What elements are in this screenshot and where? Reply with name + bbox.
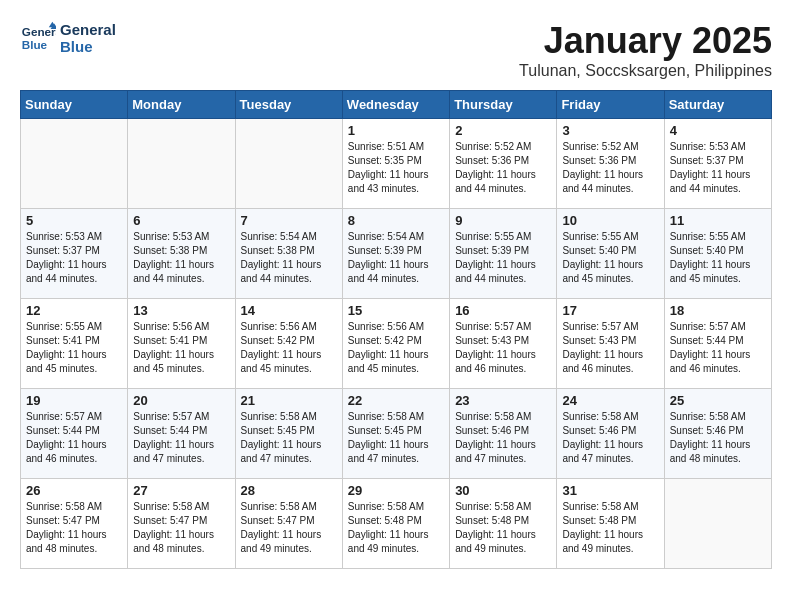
calendar-cell: 3Sunrise: 5:52 AM Sunset: 5:36 PM Daylig… <box>557 119 664 209</box>
calendar-cell: 4Sunrise: 5:53 AM Sunset: 5:37 PM Daylig… <box>664 119 771 209</box>
calendar-cell: 17Sunrise: 5:57 AM Sunset: 5:43 PM Dayli… <box>557 299 664 389</box>
day-number: 17 <box>562 303 658 318</box>
weekday-header-monday: Monday <box>128 91 235 119</box>
svg-text:Blue: Blue <box>22 38 48 51</box>
calendar-cell: 28Sunrise: 5:58 AM Sunset: 5:47 PM Dayli… <box>235 479 342 569</box>
calendar-cell: 27Sunrise: 5:58 AM Sunset: 5:47 PM Dayli… <box>128 479 235 569</box>
day-number: 2 <box>455 123 551 138</box>
title-area: January 2025 Tulunan, Soccsksargen, Phil… <box>519 20 772 80</box>
day-number: 29 <box>348 483 444 498</box>
day-number: 14 <box>241 303 337 318</box>
week-row-1: 1Sunrise: 5:51 AM Sunset: 5:35 PM Daylig… <box>21 119 772 209</box>
day-info: Sunrise: 5:56 AM Sunset: 5:41 PM Dayligh… <box>133 320 229 376</box>
logo-icon: General Blue <box>20 20 56 56</box>
calendar-cell: 21Sunrise: 5:58 AM Sunset: 5:45 PM Dayli… <box>235 389 342 479</box>
day-number: 15 <box>348 303 444 318</box>
weekday-header-sunday: Sunday <box>21 91 128 119</box>
calendar-cell: 14Sunrise: 5:56 AM Sunset: 5:42 PM Dayli… <box>235 299 342 389</box>
day-number: 27 <box>133 483 229 498</box>
weekday-header-friday: Friday <box>557 91 664 119</box>
day-info: Sunrise: 5:54 AM Sunset: 5:39 PM Dayligh… <box>348 230 444 286</box>
day-info: Sunrise: 5:56 AM Sunset: 5:42 PM Dayligh… <box>241 320 337 376</box>
calendar-cell: 13Sunrise: 5:56 AM Sunset: 5:41 PM Dayli… <box>128 299 235 389</box>
day-number: 1 <box>348 123 444 138</box>
day-number: 23 <box>455 393 551 408</box>
calendar-cell <box>664 479 771 569</box>
day-info: Sunrise: 5:55 AM Sunset: 5:39 PM Dayligh… <box>455 230 551 286</box>
day-info: Sunrise: 5:55 AM Sunset: 5:41 PM Dayligh… <box>26 320 122 376</box>
location-title: Tulunan, Soccsksargen, Philippines <box>519 62 772 80</box>
calendar-cell: 31Sunrise: 5:58 AM Sunset: 5:48 PM Dayli… <box>557 479 664 569</box>
day-info: Sunrise: 5:58 AM Sunset: 5:45 PM Dayligh… <box>241 410 337 466</box>
week-row-2: 5Sunrise: 5:53 AM Sunset: 5:37 PM Daylig… <box>21 209 772 299</box>
day-number: 22 <box>348 393 444 408</box>
calendar-cell <box>235 119 342 209</box>
week-row-5: 26Sunrise: 5:58 AM Sunset: 5:47 PM Dayli… <box>21 479 772 569</box>
day-info: Sunrise: 5:58 AM Sunset: 5:48 PM Dayligh… <box>455 500 551 556</box>
day-info: Sunrise: 5:58 AM Sunset: 5:46 PM Dayligh… <box>670 410 766 466</box>
day-info: Sunrise: 5:53 AM Sunset: 5:37 PM Dayligh… <box>26 230 122 286</box>
day-info: Sunrise: 5:51 AM Sunset: 5:35 PM Dayligh… <box>348 140 444 196</box>
day-info: Sunrise: 5:57 AM Sunset: 5:43 PM Dayligh… <box>455 320 551 376</box>
calendar-cell: 5Sunrise: 5:53 AM Sunset: 5:37 PM Daylig… <box>21 209 128 299</box>
calendar-cell: 8Sunrise: 5:54 AM Sunset: 5:39 PM Daylig… <box>342 209 449 299</box>
day-number: 4 <box>670 123 766 138</box>
calendar-cell: 1Sunrise: 5:51 AM Sunset: 5:35 PM Daylig… <box>342 119 449 209</box>
calendar-cell: 30Sunrise: 5:58 AM Sunset: 5:48 PM Dayli… <box>450 479 557 569</box>
day-info: Sunrise: 5:54 AM Sunset: 5:38 PM Dayligh… <box>241 230 337 286</box>
day-number: 24 <box>562 393 658 408</box>
calendar-cell: 19Sunrise: 5:57 AM Sunset: 5:44 PM Dayli… <box>21 389 128 479</box>
calendar-cell: 18Sunrise: 5:57 AM Sunset: 5:44 PM Dayli… <box>664 299 771 389</box>
day-number: 31 <box>562 483 658 498</box>
week-row-4: 19Sunrise: 5:57 AM Sunset: 5:44 PM Dayli… <box>21 389 772 479</box>
day-number: 21 <box>241 393 337 408</box>
calendar-cell: 6Sunrise: 5:53 AM Sunset: 5:38 PM Daylig… <box>128 209 235 299</box>
calendar-cell: 23Sunrise: 5:58 AM Sunset: 5:46 PM Dayli… <box>450 389 557 479</box>
day-info: Sunrise: 5:55 AM Sunset: 5:40 PM Dayligh… <box>562 230 658 286</box>
day-number: 7 <box>241 213 337 228</box>
weekday-header-row: SundayMondayTuesdayWednesdayThursdayFrid… <box>21 91 772 119</box>
calendar-cell: 10Sunrise: 5:55 AM Sunset: 5:40 PM Dayli… <box>557 209 664 299</box>
day-number: 28 <box>241 483 337 498</box>
day-number: 9 <box>455 213 551 228</box>
calendar-cell: 7Sunrise: 5:54 AM Sunset: 5:38 PM Daylig… <box>235 209 342 299</box>
day-info: Sunrise: 5:52 AM Sunset: 5:36 PM Dayligh… <box>562 140 658 196</box>
calendar-cell <box>21 119 128 209</box>
day-info: Sunrise: 5:52 AM Sunset: 5:36 PM Dayligh… <box>455 140 551 196</box>
month-title: January 2025 <box>519 20 772 62</box>
day-info: Sunrise: 5:58 AM Sunset: 5:48 PM Dayligh… <box>348 500 444 556</box>
day-info: Sunrise: 5:58 AM Sunset: 5:47 PM Dayligh… <box>241 500 337 556</box>
day-info: Sunrise: 5:53 AM Sunset: 5:38 PM Dayligh… <box>133 230 229 286</box>
weekday-header-tuesday: Tuesday <box>235 91 342 119</box>
logo-text-blue: Blue <box>60 38 116 55</box>
page-header: General Blue General Blue January 2025 T… <box>20 20 772 80</box>
day-info: Sunrise: 5:58 AM Sunset: 5:46 PM Dayligh… <box>455 410 551 466</box>
day-info: Sunrise: 5:57 AM Sunset: 5:44 PM Dayligh… <box>133 410 229 466</box>
day-number: 20 <box>133 393 229 408</box>
day-info: Sunrise: 5:57 AM Sunset: 5:44 PM Dayligh… <box>670 320 766 376</box>
day-number: 18 <box>670 303 766 318</box>
weekday-header-thursday: Thursday <box>450 91 557 119</box>
day-info: Sunrise: 5:58 AM Sunset: 5:47 PM Dayligh… <box>26 500 122 556</box>
calendar-cell <box>128 119 235 209</box>
day-info: Sunrise: 5:58 AM Sunset: 5:46 PM Dayligh… <box>562 410 658 466</box>
weekday-header-wednesday: Wednesday <box>342 91 449 119</box>
day-info: Sunrise: 5:58 AM Sunset: 5:48 PM Dayligh… <box>562 500 658 556</box>
day-info: Sunrise: 5:58 AM Sunset: 5:45 PM Dayligh… <box>348 410 444 466</box>
day-number: 30 <box>455 483 551 498</box>
day-number: 25 <box>670 393 766 408</box>
calendar-cell: 11Sunrise: 5:55 AM Sunset: 5:40 PM Dayli… <box>664 209 771 299</box>
calendar-cell: 25Sunrise: 5:58 AM Sunset: 5:46 PM Dayli… <box>664 389 771 479</box>
day-number: 6 <box>133 213 229 228</box>
calendar-cell: 12Sunrise: 5:55 AM Sunset: 5:41 PM Dayli… <box>21 299 128 389</box>
logo-text-general: General <box>60 21 116 38</box>
day-info: Sunrise: 5:57 AM Sunset: 5:43 PM Dayligh… <box>562 320 658 376</box>
day-info: Sunrise: 5:57 AM Sunset: 5:44 PM Dayligh… <box>26 410 122 466</box>
day-number: 12 <box>26 303 122 318</box>
calendar-cell: 2Sunrise: 5:52 AM Sunset: 5:36 PM Daylig… <box>450 119 557 209</box>
calendar-table: SundayMondayTuesdayWednesdayThursdayFrid… <box>20 90 772 569</box>
day-number: 16 <box>455 303 551 318</box>
week-row-3: 12Sunrise: 5:55 AM Sunset: 5:41 PM Dayli… <box>21 299 772 389</box>
calendar-cell: 16Sunrise: 5:57 AM Sunset: 5:43 PM Dayli… <box>450 299 557 389</box>
calendar-cell: 20Sunrise: 5:57 AM Sunset: 5:44 PM Dayli… <box>128 389 235 479</box>
